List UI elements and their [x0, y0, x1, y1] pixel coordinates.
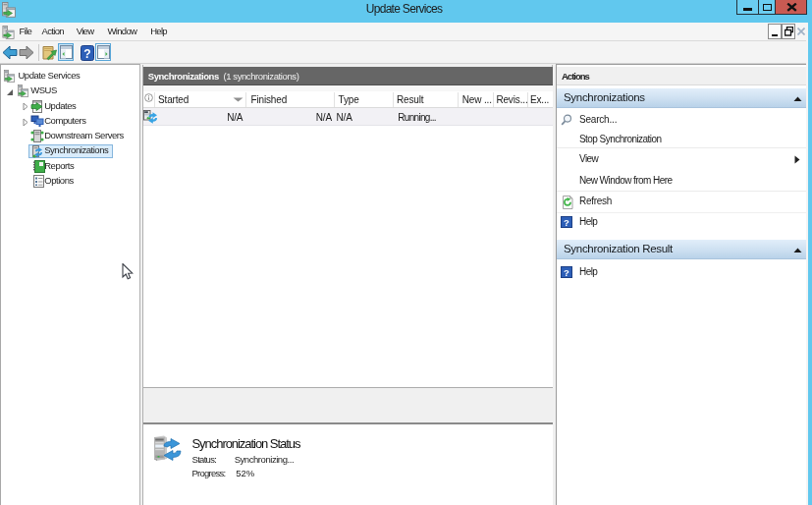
svg-text:?: ? — [83, 47, 90, 61]
svg-text:?: ? — [564, 266, 569, 277]
svg-text:?: ? — [564, 217, 569, 228]
